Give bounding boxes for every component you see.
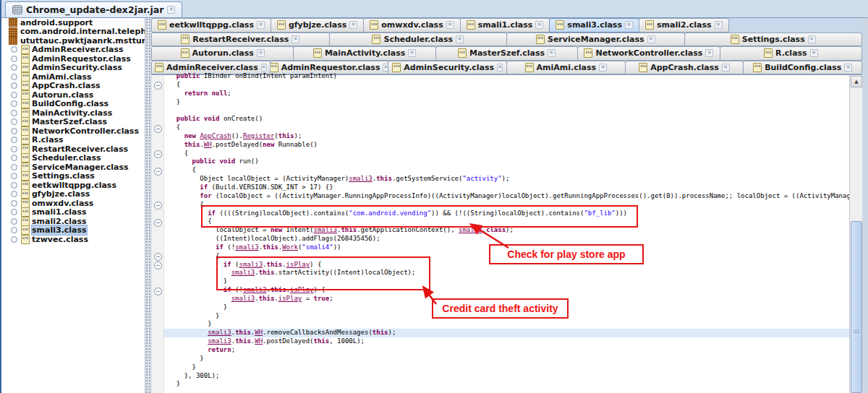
- code-lines[interactable]: public IBinder onBind(Intent paramIntent…: [164, 72, 850, 393]
- close-icon[interactable]: ✕: [647, 35, 655, 43]
- code-link[interactable]: smali3: [231, 295, 255, 302]
- tree-item-class[interactable]: AdminSecurity.class: [1, 64, 145, 73]
- code-link[interactable]: smali3: [349, 175, 373, 182]
- code-link[interactable]: isPlay: [278, 295, 302, 302]
- fold-collapse-icon[interactable]: [154, 219, 162, 227]
- tree-expander-icon[interactable]: [11, 155, 17, 161]
- tree-item-class[interactable]: AppCrash.class: [1, 82, 145, 91]
- tree-expander-icon[interactable]: [11, 209, 17, 215]
- tree-expander-icon[interactable]: [11, 64, 17, 71]
- tree-item-class[interactable]: MasterSzef.class: [1, 118, 145, 127]
- close-icon[interactable]: ✕: [625, 21, 633, 29]
- close-icon[interactable]: ✕: [446, 21, 454, 29]
- code-link[interactable]: WH: [255, 329, 263, 336]
- close-icon[interactable]: ✕: [535, 21, 543, 29]
- fold-collapse-icon[interactable]: [154, 150, 162, 158]
- tree-expander-icon[interactable]: [11, 146, 17, 152]
- tree-item-class[interactable]: RestartReceiver.class: [1, 144, 145, 154]
- tree-item-class[interactable]: MainActivity.class: [1, 108, 145, 118]
- file-tab[interactable]: NetworkController.class✕: [577, 46, 720, 61]
- tree-item-class[interactable]: Autorun.class: [1, 90, 145, 100]
- tree-item-class[interactable]: smali1.class: [1, 208, 145, 217]
- file-tab[interactable]: eetkwlltqppg.class✕: [151, 18, 271, 33]
- scrollbar-thumb[interactable]: [851, 221, 862, 393]
- close-icon[interactable]: ✕: [456, 35, 464, 43]
- tree-item-class[interactable]: Settings.class: [1, 172, 145, 181]
- code-link[interactable]: smali3: [235, 243, 259, 251]
- fold-collapse-icon[interactable]: [154, 262, 162, 269]
- file-tab[interactable]: omwxdv.class✕: [363, 18, 460, 33]
- close-icon[interactable]: ✕: [722, 64, 730, 72]
- close-icon[interactable]: ✕: [705, 49, 713, 57]
- file-tab[interactable]: R.class✕: [720, 46, 862, 61]
- tree-expander-icon[interactable]: [11, 100, 17, 107]
- fold-collapse-icon[interactable]: [154, 253, 162, 261]
- tree-item-class[interactable]: AdminRequestor.class: [1, 54, 145, 64]
- file-tab[interactable]: Autorun.class✕: [151, 46, 294, 61]
- file-tab[interactable]: smali2.class✕: [639, 18, 729, 33]
- tree-item-package[interactable]: com.android.internal.telephon: [1, 27, 145, 37]
- tree-expander-icon[interactable]: [11, 110, 17, 116]
- close-icon[interactable]: ✕: [292, 35, 299, 43]
- close-icon[interactable]: ✕: [167, 6, 175, 14]
- tree-expander-icon[interactable]: [11, 137, 17, 143]
- fold-collapse-icon[interactable]: [154, 202, 162, 210]
- tree-item-class[interactable]: smali3.class: [1, 226, 145, 236]
- tree-item-class[interactable]: ServiceManager.class: [1, 163, 145, 172]
- tree-expander-icon[interactable]: [11, 128, 17, 134]
- fold-collapse-icon[interactable]: [154, 82, 162, 90]
- tree-item-class[interactable]: AmiAmi.class: [1, 72, 145, 82]
- file-tab[interactable]: MasterSzef.class✕: [435, 46, 578, 61]
- close-icon[interactable]: ✕: [715, 21, 723, 29]
- tree-expander-icon[interactable]: [11, 56, 17, 62]
- close-icon[interactable]: ✕: [257, 49, 265, 57]
- close-icon[interactable]: ✕: [548, 49, 556, 57]
- tree-item-class[interactable]: tzwvec.class: [1, 235, 145, 244]
- code-link[interactable]: smali3: [208, 337, 231, 345]
- code-link[interactable]: Work: [282, 243, 298, 251]
- tree-item-class[interactable]: BuildConfig.class: [1, 100, 145, 109]
- file-tab[interactable]: smali1.class✕: [460, 18, 550, 33]
- tree-expander-icon[interactable]: [11, 164, 17, 170]
- tree-expander-icon[interactable]: [11, 92, 17, 98]
- code-link[interactable]: WH: [255, 337, 263, 345]
- close-icon[interactable]: ✕: [497, 64, 503, 72]
- tree-expander-icon[interactable]: [11, 182, 17, 189]
- file-tab[interactable]: MainActivity.class✕: [293, 46, 435, 61]
- file-tab[interactable]: Settings.class✕: [684, 33, 863, 47]
- close-icon[interactable]: ✕: [810, 49, 818, 57]
- tree-expander-icon[interactable]: [11, 118, 17, 125]
- code-link[interactable]: Register: [243, 132, 274, 139]
- code-link[interactable]: smali3: [231, 269, 255, 276]
- tree-expander-icon[interactable]: [11, 236, 17, 243]
- code-link[interactable]: isPlay: [290, 286, 314, 293]
- code-link[interactable]: smali3: [459, 226, 482, 233]
- tree-item-class[interactable]: gfybjze.class: [1, 190, 145, 199]
- tree-expander-icon[interactable]: [11, 227, 17, 233]
- close-icon[interactable]: ✕: [599, 64, 607, 72]
- fold-collapse-icon[interactable]: [154, 125, 162, 133]
- tree-item-class[interactable]: AdminReceiver.class: [1, 46, 145, 55]
- fold-collapse-icon[interactable]: [154, 168, 162, 176]
- file-tab[interactable]: RestartReceiver.class✕: [151, 33, 330, 47]
- code-link[interactable]: isPlay: [286, 261, 310, 268]
- tree-item-class[interactable]: eetkwlltqppg.class: [1, 181, 145, 190]
- code-link[interactable]: smali3: [239, 261, 263, 268]
- tree-expander-icon[interactable]: [11, 218, 17, 225]
- tree-expander-icon[interactable]: [11, 173, 17, 179]
- tree-expander-icon[interactable]: [11, 191, 17, 197]
- tree-item-class[interactable]: Scheduler.class: [1, 154, 145, 163]
- tree-item-class[interactable]: smali2.class: [1, 217, 145, 226]
- code-link[interactable]: smali3: [243, 286, 267, 293]
- tree-expander-icon[interactable]: [11, 74, 17, 80]
- file-tab[interactable]: gfybjze.class✕: [271, 18, 364, 33]
- close-icon[interactable]: ✕: [257, 21, 265, 29]
- close-icon[interactable]: ✕: [808, 35, 816, 43]
- close-icon[interactable]: ✕: [844, 64, 852, 72]
- vertical-scrollbar[interactable]: ▲: [849, 75, 862, 393]
- code-link[interactable]: AppCrash: [200, 132, 231, 139]
- tree-expander-icon[interactable]: [11, 82, 17, 89]
- tree-item-class[interactable]: omwxdv.class: [1, 199, 145, 208]
- file-tab[interactable]: Scheduler.class✕: [329, 33, 508, 47]
- tree-item-package[interactable]: android.support: [1, 18, 145, 27]
